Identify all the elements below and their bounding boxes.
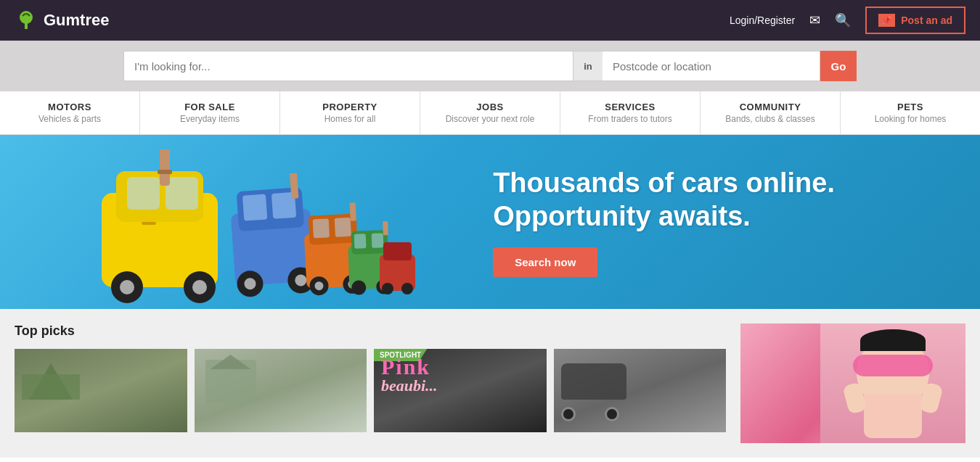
hero-line1: Thousands of cars online. [493,167,835,200]
logo-area: Gumtree [15,9,109,32]
post-ad-label: Post an ad [901,15,952,26]
post-ad-button[interactable]: 📌 Post an ad [865,7,965,34]
header: Gumtree Login/Register ✉ 🔍 📌 Post an ad [0,0,980,41]
ad-banner: ⓘ ✕ CreamOn [740,323,965,443]
top-picks-section: Top picks SPOTLIGHT Pink beaubi... [0,309,980,458]
nav-for-sale[interactable]: FOR SALE Everyday items [140,91,280,134]
pick-card-1[interactable] [15,349,187,432]
svg-rect-12 [158,170,172,174]
svg-point-41 [401,283,413,294]
svg-point-7 [120,280,134,294]
location-input[interactable] [603,51,820,81]
svg-rect-33 [354,234,367,249]
svg-point-40 [382,283,393,294]
login-register-link[interactable]: Login/Register [730,15,795,26]
logo-text: Gumtree [44,11,109,30]
section-title: Top picks [15,323,726,339]
svg-rect-11 [160,149,170,186]
hero-cars-illustration [0,135,363,309]
picks-grid: SPOTLIGHT Pink beaubi... [15,349,726,432]
hero-text-area: Thousands of cars online. Opportunity aw… [493,167,835,277]
pick-card-3[interactable]: SPOTLIGHT Pink beaubi... [374,349,547,432]
mail-icon[interactable]: ✉ [809,12,820,28]
svg-rect-10 [142,222,156,225]
search-bar: in Go [0,41,980,91]
hero-banner: Thousands of cars online. Opportunity aw… [0,135,980,309]
pin-icon: 📌 [878,14,895,27]
svg-rect-4 [127,177,160,210]
nav-services[interactable]: SERVICES From traders to tutors [560,91,701,134]
ad-person-image [820,323,965,443]
nav-community[interactable]: COMMUNITY Bands, clubs & classes [701,91,841,134]
search-input[interactable] [123,51,573,81]
yellow-car-svg [87,149,247,305]
search-icon[interactable]: 🔍 [835,12,851,28]
svg-rect-30 [349,202,356,221]
red-car-svg [377,236,417,298]
svg-point-9 [192,280,207,294]
pick-card-4[interactable] [554,349,727,432]
header-actions: Login/Register ✉ 🔍 📌 Post an ad [730,7,965,34]
hero-search-button[interactable]: Search now [493,247,597,277]
card-pink-text: Pink beaubi... [381,356,539,394]
nav-motors[interactable]: MOTORS Vehicles & parts [0,91,140,134]
svg-rect-15 [242,194,267,220]
main-nav: MOTORS Vehicles & parts FOR SALE Everyda… [0,91,980,135]
pick-card-2[interactable] [195,349,367,432]
svg-rect-1 [25,22,28,29]
nav-property[interactable]: PROPERTY Homes for all [280,91,420,134]
svg-rect-5 [166,177,198,210]
nav-pets[interactable]: PETS Looking for homes [841,91,980,134]
svg-rect-37 [383,221,388,236]
picks-content: Top picks SPOTLIGHT Pink beaubi... [15,323,726,443]
svg-rect-24 [313,218,330,238]
go-button[interactable]: Go [820,51,857,81]
gumtree-logo-icon [15,9,38,32]
svg-rect-39 [383,242,412,260]
in-divider: in [573,51,603,81]
hero-headline: Thousands of cars online. Opportunity aw… [493,167,835,233]
nav-jobs[interactable]: JOBS Discover your next role [420,91,560,134]
hero-line2: Opportunity awaits. [493,200,835,234]
